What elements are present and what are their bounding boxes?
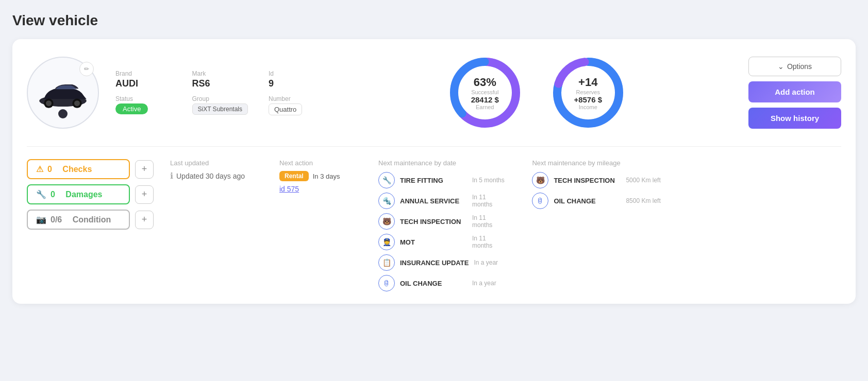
next-action-label: Next action (279, 159, 362, 167)
condition-label: Condition (73, 215, 111, 224)
damages-box: 🔧 0 Damages (27, 184, 130, 204)
warning-icon: ⚠ (36, 164, 43, 174)
maint-name: INSURANCE UPDATE (400, 259, 469, 267)
maint-time: 8500 Km left (626, 197, 660, 204)
earned-label: Earned (471, 104, 499, 110)
maintenance-date-list: 🔧 TIRE FITTING In 5 months 🔩 ANNUAL SERV… (378, 172, 507, 291)
maintenance-date-item: 🛢 OIL CHANGE In a year (378, 275, 507, 291)
damages-item: 🔧 0 Damages + (27, 184, 154, 204)
reserves-label: Reserves (574, 89, 602, 95)
damages-count: 0 (51, 190, 55, 199)
show-history-button[interactable]: Show history (748, 108, 841, 129)
maint-icon: 🔧 (378, 172, 395, 188)
edit-button[interactable]: ✏ (79, 62, 94, 76)
brand-value: AUDI (115, 78, 172, 89)
maint-icon: 🛢 (378, 275, 395, 291)
avatar-dot (58, 109, 68, 118)
maintenance-date-item: 🐻 TECH INSPECTION In 11 months (378, 213, 507, 230)
add-condition-button[interactable]: + (135, 211, 154, 229)
group-label: Group (192, 95, 248, 102)
last-updated-section: Last updated ℹ Updated 30 days ago (170, 159, 263, 181)
status-badge: Active (115, 103, 148, 114)
maint-name: OIL CHANGE (554, 197, 621, 205)
maint-time: In 11 months (472, 194, 507, 208)
brand-label: Brand (115, 70, 172, 77)
reserves-chart: +14 Reserves +8576 $ Income (547, 51, 629, 134)
status-group: Status Active (115, 95, 172, 115)
checks-box: ⚠ 0 Checks (27, 159, 130, 179)
next-action-section: Next action Rental In 3 days id 575 (279, 159, 362, 194)
earned-chart: 63% Successful 28412 $ Earned (444, 51, 526, 134)
number-group: Number Quattro (269, 95, 325, 115)
car-image (35, 76, 91, 110)
top-section: ✏ Brand AUDI Mark RS6 Id 9 Status Active… (27, 51, 841, 147)
id-value: 9 (269, 78, 325, 89)
maintenance-mileage-section: Next maintenance by mileage 🐻 TECH INSPE… (532, 159, 661, 291)
camera-icon: 📷 (36, 215, 46, 224)
chevron-down-icon: ⌄ (778, 62, 784, 71)
mark-group: Mark RS6 (192, 70, 248, 89)
income-value: +8576 $ (574, 95, 602, 104)
condition-value: 0/6 (51, 215, 62, 224)
maintenance-mileage-list: 🐻 TECH INSPECTION 5000 Km left 🛢 OIL CHA… (532, 172, 661, 209)
maintenance-date-label: Next maintenance by date (378, 159, 507, 167)
earned-percent: 63% (474, 76, 496, 89)
reserves-value: +14 (578, 76, 597, 89)
action-id-link[interactable]: id 575 (279, 185, 299, 193)
maint-time: In a year (472, 280, 496, 287)
maint-time: 5000 Km left (626, 177, 660, 184)
maint-time: In 11 months (472, 235, 507, 249)
status-items: ⚠ 0 Checks + 🔧 0 Damages + 📷 (27, 159, 154, 230)
action-timing: In 3 days (313, 172, 340, 180)
last-updated-value: Updated 30 days ago (176, 172, 245, 180)
maintenance-mileage-item: 🐻 TECH INSPECTION 5000 Km left (532, 172, 661, 188)
brand-group: Brand AUDI (115, 70, 172, 89)
last-updated-row: ℹ Updated 30 days ago (170, 171, 263, 181)
next-action-row: Rental In 3 days (279, 171, 362, 181)
page-title: View vehicle (12, 12, 856, 29)
add-action-button[interactable]: Add action (748, 81, 841, 102)
checks-count: 0 (47, 165, 52, 174)
id-label: Id (269, 70, 325, 77)
earned-amount: 28412 $ (471, 95, 499, 104)
maint-name: MOT (400, 238, 467, 246)
damages-label: Damages (65, 190, 102, 199)
vehicle-info: Brand AUDI Mark RS6 Id 9 Status Active G… (115, 70, 325, 115)
earned-chart-label: 63% Successful 28412 $ Earned (471, 76, 499, 110)
svg-point-4 (74, 100, 80, 106)
income-label: Income (574, 104, 602, 110)
rental-badge: Rental (279, 171, 309, 181)
info-icon: ℹ (170, 171, 173, 181)
maint-time: In 11 months (472, 214, 507, 229)
maint-icon: 🛢 (532, 193, 548, 209)
maintenance-date-item: 📋 INSURANCE UPDATE In a year (378, 254, 507, 271)
last-updated-label: Last updated (170, 159, 263, 167)
checks-label: Checks (62, 165, 92, 174)
maint-name: OIL CHANGE (400, 280, 467, 287)
maint-time: In a year (474, 259, 498, 266)
maintenance-mileage-label: Next maintenance by mileage (532, 159, 661, 167)
add-damages-button[interactable]: + (135, 185, 154, 204)
vehicle-avatar: ✏ (27, 57, 99, 129)
mark-value: RS6 (192, 78, 248, 89)
group-group: Group SiXT Subrentals (192, 95, 248, 115)
maint-name: TECH INSPECTION (400, 218, 467, 226)
maintenance-date-section: Next maintenance by date 🔧 TIRE FITTING … (378, 159, 507, 291)
group-badge: SiXT Subrentals (192, 103, 248, 115)
maint-icon: 🔩 (378, 193, 395, 209)
car-tool-icon: 🔧 (36, 189, 46, 199)
maint-name: ANNUAL SERVICE (400, 197, 467, 205)
add-checks-button[interactable]: + (135, 160, 154, 179)
earned-sub: Successful (471, 89, 499, 95)
charts-area: 63% Successful 28412 $ Earned +14 Res (341, 51, 732, 134)
condition-box: 📷 0/6 Condition (27, 210, 130, 230)
number-badge: Quattro (269, 103, 302, 115)
maint-icon: 🐻 (378, 213, 395, 230)
number-label: Number (269, 95, 325, 102)
maint-icon: 📋 (378, 254, 395, 271)
options-label: Options (787, 62, 812, 71)
maint-name: TECH INSPECTION (554, 177, 621, 184)
action-buttons: ⌄ Options Add action Show history (748, 57, 841, 129)
bottom-section: ⚠ 0 Checks + 🔧 0 Damages + 📷 (27, 147, 841, 291)
options-button[interactable]: ⌄ Options (748, 57, 841, 76)
